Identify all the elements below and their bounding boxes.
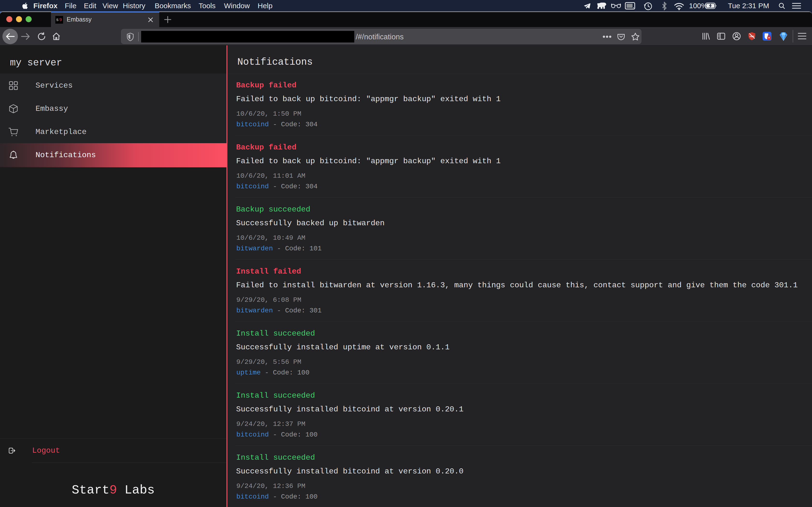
svg-text:ABP: ABP bbox=[749, 35, 755, 38]
